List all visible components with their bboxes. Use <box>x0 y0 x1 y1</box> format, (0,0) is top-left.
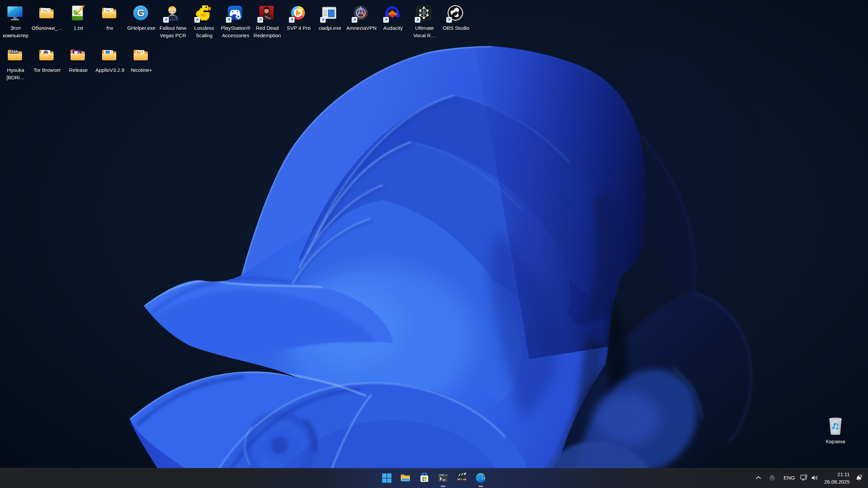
svg-text:MPC BE: MPC BE <box>457 478 467 481</box>
svg-text:G: G <box>137 7 145 18</box>
svg-text:z: z <box>860 475 861 477</box>
svg-text:z: z <box>862 474 863 476</box>
